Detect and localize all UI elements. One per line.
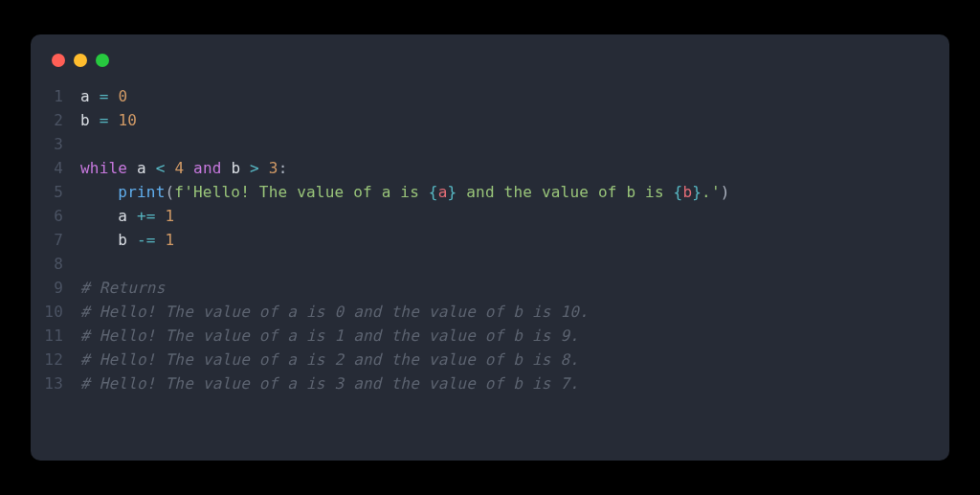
line-number: 8	[31, 252, 80, 276]
line-content	[80, 132, 90, 156]
code-window: 1a = 02b = 103 4while a < 4 and b > 3:5 …	[31, 34, 949, 461]
line-content: # Hello! The value of a is 0 and the val…	[80, 300, 589, 324]
line-number: 4	[31, 156, 80, 180]
window-titlebar	[31, 54, 949, 84]
line-content: # Hello! The value of a is 2 and the val…	[80, 348, 579, 371]
code-line: 12# Hello! The value of a is 2 and the v…	[31, 348, 949, 371]
line-number: 1	[31, 84, 80, 108]
line-content: a += 1	[80, 204, 174, 228]
code-line: 2b = 10	[31, 108, 949, 132]
line-number: 11	[31, 324, 80, 348]
code-line: 7 b -= 1	[31, 228, 949, 252]
code-editor: 1a = 02b = 103 4while a < 4 and b > 3:5 …	[31, 84, 949, 395]
line-content: b = 10	[80, 108, 137, 132]
line-number: 2	[31, 108, 80, 132]
code-line: 11# Hello! The value of a is 1 and the v…	[31, 324, 949, 348]
line-content: while a < 4 and b > 3:	[80, 156, 287, 180]
line-content: # Hello! The value of a is 1 and the val…	[80, 324, 579, 348]
code-line: 9# Returns	[31, 276, 949, 300]
line-number: 7	[31, 228, 80, 252]
code-line: 4while a < 4 and b > 3:	[31, 156, 949, 180]
line-content	[80, 252, 90, 276]
code-line: 8	[31, 252, 949, 276]
code-line: 10# Hello! The value of a is 0 and the v…	[31, 300, 949, 324]
line-content: # Hello! The value of a is 3 and the val…	[80, 371, 579, 395]
line-content: b -= 1	[80, 228, 174, 252]
line-number: 9	[31, 276, 80, 300]
close-icon[interactable]	[52, 54, 65, 67]
code-line: 3	[31, 132, 949, 156]
maximize-icon[interactable]	[96, 54, 109, 67]
line-content: a = 0	[80, 84, 127, 108]
line-number: 3	[31, 132, 80, 156]
line-number: 10	[31, 300, 80, 324]
line-number: 6	[31, 204, 80, 228]
line-number: 12	[31, 348, 80, 371]
line-content: # Returns	[80, 276, 166, 300]
line-number: 13	[31, 371, 80, 395]
minimize-icon[interactable]	[74, 54, 87, 67]
line-content: print(f'Hello! The value of a is {a} and…	[80, 180, 730, 204]
code-line: 5 print(f'Hello! The value of a is {a} a…	[31, 180, 949, 204]
code-line: 13# Hello! The value of a is 3 and the v…	[31, 371, 949, 395]
code-line: 1a = 0	[31, 84, 949, 108]
code-line: 6 a += 1	[31, 204, 949, 228]
line-number: 5	[31, 180, 80, 204]
